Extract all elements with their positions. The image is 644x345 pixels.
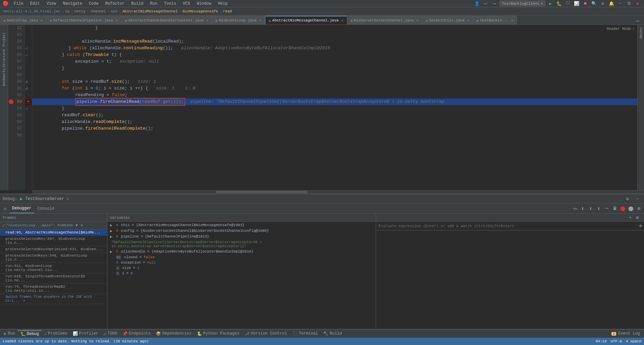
tab-bootstrap[interactable]: ☕ bootstrap.java ✕	[0, 16, 46, 24]
breadcrumb-method[interactable]: read	[223, 9, 232, 13]
var-size[interactable]: i size = 1	[107, 265, 376, 271]
tab-endpoints[interactable]: 📌 Endpoints	[120, 331, 153, 337]
debug-button[interactable]: 🐛	[555, 0, 563, 7]
step-out-button[interactable]: ⬆	[595, 205, 602, 212]
tab-version-control[interactable]: ⎇ Version Control	[242, 331, 290, 337]
var-expand-alloc[interactable]: ▶	[110, 250, 115, 254]
sidebar-bookmarks[interactable]: Bookmarks	[1, 74, 7, 80]
menu-window[interactable]: Window	[196, 1, 213, 7]
tab-close-anmc[interactable]: ✕	[341, 18, 343, 22]
close-button[interactable]: ✕	[634, 0, 641, 7]
menu-refactor[interactable]: Refactor	[104, 1, 126, 7]
breadcrumb-channel[interactable]: channel	[91, 9, 106, 13]
menu-edit[interactable]: Edit	[29, 1, 41, 7]
var-allochandle[interactable]: ▶ ≡ allocHandle = {AdaptiveRecvByteBufAl…	[107, 249, 376, 255]
thread-add-icon[interactable]: +	[80, 223, 83, 228]
tab-abstractchannelhandlercontext[interactable]: ☕ AbstractChannelHandlerContext.java ✕	[121, 16, 212, 24]
add-watch-button[interactable]: +	[627, 214, 634, 221]
status-encoding[interactable]: UTF-8	[611, 339, 622, 343]
thread-filter-icon[interactable]: ▼	[75, 223, 78, 227]
event-log-tab[interactable]: 1 Event Log	[609, 331, 643, 337]
breadcrumb-jar[interactable]: netty-all-4.1.39.Final.jar	[3, 9, 60, 13]
restore-button[interactable]: ⧉	[625, 0, 633, 7]
breadcrumb-io[interactable]: io	[65, 9, 69, 13]
frame-item-switch[interactable]: Switch frames from anywhere in the IDE w…	[0, 294, 107, 304]
frame-item-5[interactable]: run:918, SingleThreadEventExecutor$5 (io…	[0, 273, 107, 284]
frame-item-6[interactable]: run:74, ThreadExecutorMap$2 (io.netty.ut…	[0, 284, 107, 294]
forward-button[interactable]: ⟶	[491, 0, 498, 7]
tab-close-nssc[interactable]: ✕	[417, 18, 419, 22]
menu-run[interactable]: Run	[149, 1, 159, 7]
status-position[interactable]: 94:18	[596, 339, 607, 343]
tab-close-tb[interactable]: ✕	[511, 18, 513, 22]
frame-item-4[interactable]: run:511, NioEventLoop (io.netty.channel.…	[0, 263, 107, 273]
var-expand-pipeline[interactable]: ▶	[110, 234, 115, 239]
status-indent[interactable]: 4 space	[626, 339, 641, 343]
menu-code[interactable]: Code	[88, 1, 100, 7]
tab-terminal[interactable]: ⬛ Terminal	[290, 331, 321, 337]
menu-navigate[interactable]: Navigate	[61, 1, 84, 7]
var-expand-config[interactable]: ▶	[110, 229, 115, 233]
maven-tab[interactable]: Maven	[638, 26, 644, 40]
tab-console[interactable]: Console	[35, 204, 57, 213]
var-this[interactable]: ▶ ≡ this = {AbstractNioMessageChannel$Ni…	[107, 222, 376, 228]
back-button[interactable]: ⟵	[482, 0, 489, 7]
debug-minimize-icon[interactable]: —	[634, 196, 641, 202]
mute-breakpoints-button[interactable]: ⬤	[627, 205, 635, 212]
frame-switch-close[interactable]: ✕	[23, 299, 25, 303]
settings-button[interactable]: ⚙	[599, 0, 606, 7]
debug-session-name[interactable]: TestSourceServer	[25, 197, 64, 201]
run-config-dropdown[interactable]: TestBacklogClient ▾	[499, 1, 545, 6]
tab-todo[interactable]: ☑ TODO	[101, 331, 120, 337]
frame-item-3[interactable]: processSelectedKeys:549, NioEventLoop (i…	[0, 253, 107, 263]
menu-tools[interactable]: Tools	[163, 1, 177, 7]
coverage-button[interactable]: 🛡	[564, 0, 572, 7]
tab-close-achc[interactable]: ✕	[206, 18, 208, 22]
frame-item-2[interactable]: processSelectedKeysOptimized:632, NioEve…	[0, 246, 107, 253]
tab-close-bootstrap[interactable]: ✕	[41, 18, 43, 22]
rerun-button[interactable]: ↺	[1, 205, 9, 212]
notifications-button[interactable]: 🔔	[608, 0, 615, 7]
frame-item-0[interactable]: read:93, AbstractNioMessageChannel$NioMe…	[0, 229, 107, 236]
force-step-into-button[interactable]: ⬇	[587, 205, 594, 212]
tab-testbacklog[interactable]: ☕ TestBacklo... ✕	[473, 16, 517, 24]
tab-nioeventloop[interactable]: ☕ NioEventLoop.java ✕	[212, 16, 265, 24]
evaluate-button[interactable]: 🖩	[611, 205, 619, 212]
debug-session-close[interactable]: ✕	[67, 197, 69, 201]
tab-socketutils[interactable]: ☕ SocketUtils.java ✕	[422, 16, 473, 24]
var-expand-this[interactable]: ▶	[110, 223, 115, 227]
user-icon[interactable]: 👤	[473, 0, 481, 7]
tab-overflow[interactable]: ⋯	[634, 18, 641, 24]
tab-close-nel[interactable]: ✕	[259, 18, 261, 22]
var-exception[interactable]: ≡ exception = null	[107, 260, 376, 265]
sidebar-structure[interactable]: Structure	[1, 55, 7, 62]
tab-close-dcp[interactable]: ✕	[116, 18, 118, 22]
minimize-button[interactable]: —	[616, 0, 624, 7]
menu-build[interactable]: Build	[130, 1, 145, 7]
step-over-button[interactable]: ⤼	[571, 205, 578, 212]
var-pipeline[interactable]: ▶ ≡ pipeline = {DefaultChannelPipeline@1…	[107, 234, 376, 249]
tab-profiler[interactable]: 📊 Profiler	[70, 331, 101, 337]
expand-watches-button[interactable]: ⊞	[634, 214, 641, 221]
tab-debug[interactable]: 🐛 Debug	[18, 330, 42, 337]
tab-python-packages[interactable]: 🐍 Python Packages	[194, 331, 242, 337]
run-to-cursor-button[interactable]: ⤳	[603, 205, 610, 212]
profile-button[interactable]: 📊	[573, 0, 580, 7]
tab-nioserversocketchannel[interactable]: ☕ NioServerSocketChannel.java ✕	[347, 16, 422, 24]
code-editor[interactable]: Reader Mode ✓ } allocHandle.incMessagesR…	[32, 25, 637, 190]
var-config[interactable]: ▶ ≡ config = {NioServerSocketChannel$Nio…	[107, 228, 376, 234]
menu-vcs[interactable]: VCS	[181, 1, 192, 7]
breadcrumb-netty[interactable]: netty	[74, 9, 86, 13]
tab-dependencies[interactable]: 📦 Dependencies	[153, 331, 194, 337]
tab-debugger[interactable]: Debugger	[9, 204, 34, 213]
breakpoints-button[interactable]: ⬤	[619, 205, 627, 212]
horizontal-scrollbar[interactable]	[32, 190, 644, 194]
var-i[interactable]: i i = 0	[107, 271, 376, 276]
debug-settings-icon[interactable]: ⚙	[624, 196, 631, 202]
menu-view[interactable]: View	[45, 1, 58, 7]
frame-item-1[interactable]: processSelectedKey:697, NioEventLoop (io…	[0, 236, 107, 246]
stop-button[interactable]: ■	[582, 0, 589, 7]
menu-file[interactable]: File	[12, 1, 25, 7]
tab-build[interactable]: 🔨 Build	[321, 331, 344, 337]
tab-close-su[interactable]: ✕	[467, 18, 469, 22]
